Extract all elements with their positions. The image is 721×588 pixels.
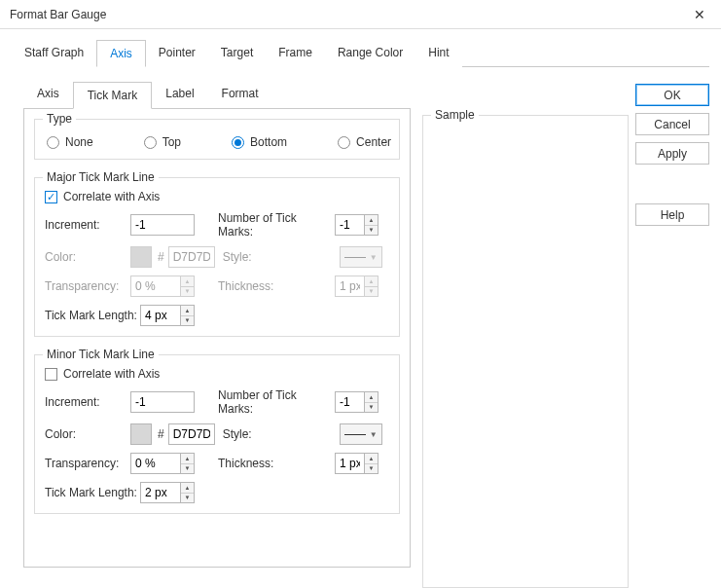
- minor-len-input[interactable]: [140, 482, 180, 503]
- radio-label: None: [65, 135, 93, 149]
- minor-len-label: Tick Mark Length:: [45, 486, 140, 499]
- hash-label: #: [158, 250, 164, 264]
- chevron-up-icon[interactable]: ▲: [365, 454, 378, 464]
- spinner-buttons: ▲ ▼: [180, 276, 195, 297]
- major-style-label: Style:: [223, 250, 340, 264]
- major-num-spinner[interactable]: ▲ ▼: [335, 214, 379, 236]
- minor-color-row: Color: # Style: ▼: [45, 423, 389, 445]
- radio-icon: [144, 136, 157, 149]
- minor-num-spinner[interactable]: ▲ ▼: [335, 391, 379, 413]
- spinner-buttons[interactable]: ▲ ▼: [364, 214, 379, 236]
- radio-label: Top: [162, 135, 181, 149]
- tabs-sub: Axis Tick Mark Label Format: [23, 81, 709, 108]
- dialog-content: Staff Graph Axis Pointer Target Frame Ra…: [0, 29, 721, 588]
- radio-center[interactable]: Center: [338, 135, 391, 149]
- titlebar: Format Bar Gauge ✕: [0, 0, 721, 29]
- minor-len-spinner[interactable]: ▲ ▼: [140, 482, 195, 503]
- chevron-up-icon[interactable]: ▲: [365, 392, 378, 403]
- chevron-down-icon[interactable]: ▼: [365, 464, 378, 474]
- chevron-up-icon[interactable]: ▲: [181, 306, 194, 316]
- tab-target[interactable]: Target: [208, 40, 266, 67]
- tab-frame[interactable]: Frame: [266, 40, 325, 67]
- sample-panel: Sample: [422, 115, 629, 588]
- major-color-swatch: [130, 246, 152, 268]
- line-icon: [344, 434, 366, 435]
- major-style-dropdown: ▼: [340, 246, 382, 268]
- major-len-row: Tick Mark Length: ▲ ▼: [45, 305, 389, 326]
- minor-thick-spinner[interactable]: ▲ ▼: [335, 453, 379, 474]
- minor-trans-label: Transparency:: [45, 457, 130, 470]
- minor-style-dropdown[interactable]: ▼: [340, 423, 382, 445]
- sample-legend: Sample: [431, 108, 479, 122]
- apply-button[interactable]: Apply: [635, 142, 709, 165]
- chevron-down-icon[interactable]: ▼: [365, 403, 378, 413]
- major-increment-label: Increment:: [45, 218, 130, 232]
- tab-hint[interactable]: Hint: [415, 40, 461, 67]
- spinner-buttons[interactable]: ▲ ▼: [364, 391, 379, 413]
- radio-top[interactable]: Top: [144, 135, 181, 149]
- major-num-input[interactable]: [335, 214, 364, 236]
- major-len-spinner[interactable]: ▲ ▼: [140, 305, 195, 326]
- spinner-buttons[interactable]: ▲ ▼: [180, 482, 195, 503]
- radio-icon: [232, 136, 244, 149]
- minor-color-input[interactable]: [168, 423, 215, 445]
- minor-trans-input[interactable]: [130, 453, 180, 474]
- radio-icon: [338, 136, 350, 149]
- major-trans-input: [130, 276, 180, 297]
- minor-trans-spinner[interactable]: ▲ ▼: [130, 453, 195, 474]
- major-correlate-row: Correlate with Axis: [45, 190, 389, 203]
- minor-thick-input[interactable]: [335, 453, 364, 474]
- minor-fieldset: Minor Tick Mark Line Correlate with Axis…: [34, 354, 400, 514]
- minor-color-swatch[interactable]: [130, 423, 152, 445]
- spinner-buttons[interactable]: ▲ ▼: [180, 453, 195, 474]
- type-fieldset: Type None Top Bottom Center: [34, 119, 400, 160]
- tab-staff-graph[interactable]: Staff Graph: [12, 40, 96, 67]
- sub-content: Type None Top Bottom Center: [23, 108, 411, 568]
- major-increment-input[interactable]: [130, 214, 195, 236]
- chevron-down-icon[interactable]: ▼: [181, 464, 194, 474]
- subtab-label[interactable]: Label: [152, 81, 207, 108]
- major-trans-row: Transparency: ▲ ▼ Thickness: ▲ ▼: [45, 276, 389, 297]
- chevron-up-icon[interactable]: ▲: [181, 454, 194, 464]
- cancel-button[interactable]: Cancel: [635, 113, 709, 135]
- subtab-tick-mark[interactable]: Tick Mark: [73, 82, 153, 109]
- chevron-down-icon[interactable]: ▼: [181, 494, 194, 503]
- minor-num-label: Number of Tick Marks:: [218, 388, 335, 416]
- subtab-format[interactable]: Format: [208, 81, 272, 108]
- major-correlate-label: Correlate with Axis: [63, 190, 160, 203]
- minor-increment-label: Increment:: [45, 395, 130, 409]
- chevron-down-icon[interactable]: ▼: [365, 226, 378, 236]
- tab-range-color[interactable]: Range Color: [325, 40, 415, 67]
- major-len-input[interactable]: [140, 305, 180, 326]
- spinner-buttons[interactable]: ▲ ▼: [180, 305, 195, 326]
- spinner-buttons: ▲ ▼: [364, 276, 379, 297]
- radio-label: Bottom: [250, 135, 287, 149]
- radio-bottom[interactable]: Bottom: [232, 135, 287, 149]
- tab-pointer[interactable]: Pointer: [146, 40, 208, 67]
- line-icon: [344, 257, 366, 258]
- tabs-top: Staff Graph Axis Pointer Target Frame Ra…: [12, 39, 709, 67]
- minor-correlate-checkbox[interactable]: [45, 368, 57, 381]
- tab-axis[interactable]: Axis: [96, 40, 146, 67]
- chevron-down-icon[interactable]: ▼: [181, 316, 194, 326]
- major-fieldset: Major Tick Mark Line Correlate with Axis…: [34, 177, 400, 337]
- major-legend: Major Tick Mark Line: [43, 170, 159, 184]
- chevron-up-icon: ▲: [365, 276, 378, 287]
- hash-label: #: [158, 427, 164, 441]
- spinner-buttons[interactable]: ▲ ▼: [364, 453, 379, 474]
- major-correlate-checkbox[interactable]: [45, 191, 57, 203]
- minor-num-input[interactable]: [335, 391, 364, 413]
- ok-button[interactable]: OK: [635, 84, 709, 106]
- minor-increment-input[interactable]: [130, 391, 195, 413]
- subtab-axis[interactable]: Axis: [23, 81, 73, 108]
- radio-none[interactable]: None: [47, 135, 93, 149]
- help-button[interactable]: Help: [635, 203, 709, 226]
- minor-correlate-label: Correlate with Axis: [63, 367, 160, 381]
- chevron-up-icon[interactable]: ▲: [365, 215, 378, 226]
- chevron-down-icon: ▼: [370, 253, 378, 262]
- chevron-up-icon[interactable]: ▲: [181, 483, 194, 494]
- minor-increment-row: Increment: Number of Tick Marks: ▲ ▼: [45, 388, 389, 416]
- minor-trans-row: Transparency: ▲ ▼ Thickness: ▲ ▼: [45, 453, 389, 474]
- close-button[interactable]: ✕: [678, 0, 721, 29]
- type-radio-row: None Top Bottom Center: [45, 129, 389, 149]
